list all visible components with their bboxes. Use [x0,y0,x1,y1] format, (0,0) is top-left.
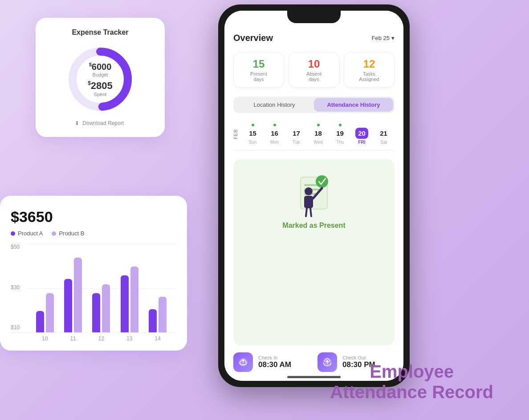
bar-b-10 [46,293,54,332]
download-icon: ⬇ [75,120,79,126]
bar-group-13 [121,267,138,332]
grid-line-bottom [26,332,176,333]
stat-present-value: 15 [237,58,280,70]
svg-point-13 [242,359,244,361]
bar-a-11 [64,279,72,332]
x-label-11: 11 [70,335,76,342]
legend-dot-b [52,231,56,236]
cal-day-21[interactable]: 21 Sat [373,122,395,146]
cal-day-16[interactable]: 16 Mon [264,122,285,146]
legend-dot-a [11,231,15,236]
expense-tracker-card: Expense Tracker $6000 Budget $2805 Spent… [36,18,165,137]
legend-product-b: Product B [52,230,84,237]
present-status-text: Marked as Present [282,222,345,230]
bars-container [26,244,176,332]
tab-location-label: Location History [253,101,295,108]
present-card: Marked as Present [233,159,395,345]
cal-day-15[interactable]: 15 Sun [242,122,264,146]
bottom-title-line1: Employee [330,361,493,382]
checkout-label: Check Out [342,355,375,360]
phone-mockup: Overview Feb 25 ▾ 15 Presentdays 10 Abse… [218,4,410,387]
bar-a-14 [149,309,157,332]
calendar-month-label: FEB [233,129,238,139]
bottom-title-line2: Attendance Record [330,382,493,402]
legend-label-b: Product B [59,230,84,237]
cal-day-17[interactable]: 17 Tue [285,122,307,146]
tabs-row: Location History Attendance History [233,97,395,113]
cal-date-15: 15 [246,128,259,139]
stats-row: 15 Presentdays 10 Absentdays 12 TasksAss… [233,52,395,88]
stat-tasks-value: 12 [348,58,391,70]
bar-total-amount: $3650 [11,208,176,226]
cal-day-18[interactable]: 18 Wed [307,122,329,146]
cal-dayname-15: Sun [243,140,263,145]
tab-attendance-label: Attendance History [327,101,380,108]
checkin-label: Check In [258,355,291,360]
cal-dot-18 [317,124,320,126]
checkin-item: Check In 08:30 AM [233,352,310,372]
bar-group-11 [64,258,82,332]
bar-b-12 [102,284,110,332]
bar-b-11 [74,258,82,332]
overview-header: Overview Feb 25 ▾ [233,33,395,43]
stat-absent-label: Absentdays [293,71,335,82]
legend-product-a: Product A [11,230,43,237]
cal-date-17: 17 [290,128,303,139]
bar-group-14 [149,297,167,332]
cal-date-18: 18 [312,128,325,139]
x-label-12: 12 [98,335,104,342]
stat-present-label: Presentdays [237,71,280,82]
cal-date-20: 20 [355,128,368,139]
cal-dot-19 [339,124,342,126]
cal-dot-15 [252,124,254,126]
bar-a-13 [121,275,129,332]
x-label-13: 13 [126,335,132,342]
bar-chart-area: $50 $30 $10 [11,244,176,333]
cal-dayname-19: Thu [330,140,350,145]
x-label-14: 14 [155,335,161,342]
download-report-label: Download Report [82,120,124,126]
bar-y-labels: $50 $30 $10 [11,244,20,332]
cal-dayname-16: Mon [264,140,285,145]
svg-line-10 [306,208,307,216]
donut-chart: $6000 Budget $2805 Spent [65,44,136,115]
present-illustration [287,168,341,217]
expense-tracker-title: Expense Tracker [46,28,154,36]
spent-label: Spent [88,92,113,97]
x-label-10: 10 [42,335,48,342]
spent-value: $2805 [88,80,113,92]
stat-absent-value: 10 [293,58,335,70]
budget-label: Budget [88,72,113,77]
bar-b-13 [130,267,138,332]
y-label-50: $50 [11,244,20,250]
chevron-down-icon: ▾ [391,35,395,41]
overview-date-value: Feb 25 [372,35,390,41]
bar-a-12 [92,293,100,332]
bar-x-labels: 10 11 12 13 14 [26,333,176,342]
cal-day-19[interactable]: 19 Thu [329,122,351,146]
overview-date[interactable]: Feb 25 ▾ [372,35,395,41]
phone-home-bar [287,376,341,378]
stat-card-present: 15 Presentdays [233,52,284,88]
cal-dayname-20: FRI [352,140,372,145]
bar-legend: Product A Product B [11,230,176,237]
bar-group-10 [36,293,54,332]
phone-screen: Overview Feb 25 ▾ 15 Presentdays 10 Abse… [224,11,403,381]
cal-date-21: 21 [377,128,390,139]
tab-location-history[interactable]: Location History [235,98,314,112]
cal-dayname-17: Tue [286,140,306,145]
cal-day-20[interactable]: 20 FRI [351,122,373,146]
cal-date-19: 19 [334,128,346,139]
app-content: Overview Feb 25 ▾ 15 Presentdays 10 Abse… [224,11,403,381]
checkin-details: Check In 08:30 AM [258,355,291,369]
y-label-30: $30 [11,284,20,291]
download-report-button[interactable]: ⬇ Download Report [46,120,154,126]
checkin-time: 08:30 AM [258,360,291,369]
calendar-strip: FEB 15 Sun 16 Mon 17 Tue [233,122,395,150]
tab-attendance-history[interactable]: Attendance History [314,98,393,112]
bar-chart-card: $3650 Product A Product B $50 $30 $10 [0,196,187,351]
svg-line-11 [310,208,311,216]
budget-value: $6000 [88,62,113,72]
stat-card-tasks: 12 TasksAssigned [344,52,395,88]
y-label-10: $10 [11,324,20,331]
